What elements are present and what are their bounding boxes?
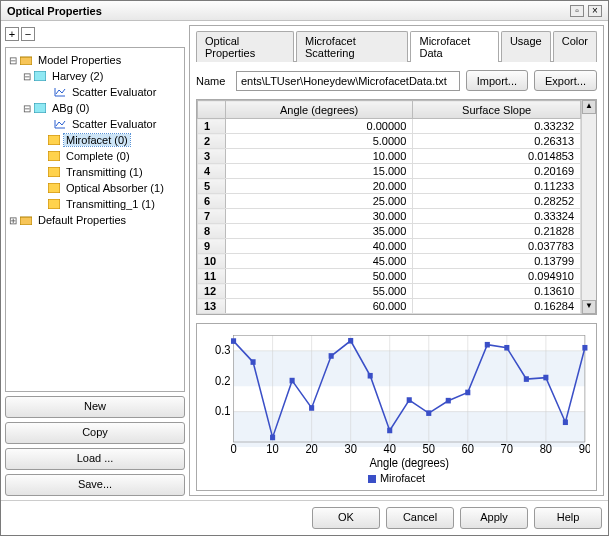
- cell-slope[interactable]: 0.33232: [413, 119, 581, 134]
- table-row[interactable]: 625.0000.28252: [198, 194, 581, 209]
- svg-rect-61: [582, 345, 587, 351]
- ok-button[interactable]: OK: [312, 507, 380, 529]
- expand-all-icon[interactable]: +: [5, 27, 19, 41]
- svg-text:70: 70: [501, 442, 514, 456]
- scrollbar-vertical[interactable]: ▲ ▼: [581, 100, 596, 314]
- cell-angle[interactable]: 60.000: [226, 299, 413, 314]
- svg-rect-47: [309, 405, 314, 411]
- tree-node-transmitting1[interactable]: Transmitting_1 (1): [8, 196, 182, 212]
- new-button[interactable]: New: [5, 396, 185, 418]
- tree-node-scatter-evaluator[interactable]: Scatter Evaluator: [8, 84, 182, 100]
- col-header-slope[interactable]: Surface Slope: [413, 101, 581, 119]
- svg-rect-54: [446, 398, 451, 404]
- cell-slope[interactable]: 0.28252: [413, 194, 581, 209]
- tree-node-model-properties[interactable]: ⊟ Model Properties: [8, 52, 182, 68]
- name-row: Name Import... Export...: [196, 70, 597, 91]
- help-button[interactable]: Help: [534, 507, 602, 529]
- expander-icon[interactable]: ⊟: [22, 103, 32, 114]
- export-button[interactable]: Export...: [534, 70, 597, 91]
- cell-slope[interactable]: 0.26313: [413, 134, 581, 149]
- dialog-buttons: OK Cancel Apply Help: [1, 500, 608, 535]
- scroll-down-icon[interactable]: ▼: [582, 300, 596, 314]
- legend-marker-icon: [368, 475, 376, 483]
- import-button[interactable]: Import...: [466, 70, 528, 91]
- table-row[interactable]: 310.0000.014853: [198, 149, 581, 164]
- cell-slope[interactable]: 0.13610: [413, 284, 581, 299]
- table-row[interactable]: 1255.0000.13610: [198, 284, 581, 299]
- table-row[interactable]: 940.0000.037783: [198, 239, 581, 254]
- load-button[interactable]: Load ...: [5, 448, 185, 470]
- cell-angle[interactable]: 20.000: [226, 179, 413, 194]
- expander-icon[interactable]: ⊟: [8, 55, 18, 66]
- tree-node-complete[interactable]: Complete (0): [8, 148, 182, 164]
- copy-button[interactable]: Copy: [5, 422, 185, 444]
- tab-color[interactable]: Color: [553, 31, 597, 62]
- cell-angle[interactable]: 30.000: [226, 209, 413, 224]
- cell-slope[interactable]: 0.014853: [413, 149, 581, 164]
- table-row[interactable]: 10.000000.33232: [198, 119, 581, 134]
- table-row[interactable]: 1045.0000.13799: [198, 254, 581, 269]
- row-index: 1: [198, 119, 226, 134]
- tree-toolbar: + −: [5, 25, 185, 43]
- save-button[interactable]: Save...: [5, 474, 185, 496]
- tree-node-harvey[interactable]: ⊟ Harvey (2): [8, 68, 182, 84]
- tab-usage[interactable]: Usage: [501, 31, 551, 62]
- cancel-button[interactable]: Cancel: [386, 507, 454, 529]
- scroll-up-icon[interactable]: ▲: [582, 100, 596, 114]
- svg-rect-58: [524, 376, 529, 382]
- svg-rect-51: [387, 428, 392, 434]
- cell-angle[interactable]: 35.000: [226, 224, 413, 239]
- col-header-index[interactable]: [198, 101, 226, 119]
- folder-icon: [19, 214, 33, 226]
- row-index: 6: [198, 194, 226, 209]
- cell-slope[interactable]: 0.13799: [413, 254, 581, 269]
- table-row[interactable]: 1150.0000.094910: [198, 269, 581, 284]
- window-pin-icon[interactable]: ▫: [570, 5, 584, 17]
- cell-angle[interactable]: 50.000: [226, 269, 413, 284]
- cell-angle[interactable]: 45.000: [226, 254, 413, 269]
- cell-slope[interactable]: 0.33324: [413, 209, 581, 224]
- tree-node-scatter-evaluator[interactable]: Scatter Evaluator: [8, 116, 182, 132]
- table-row[interactable]: 415.0000.20169: [198, 164, 581, 179]
- cell-slope[interactable]: 0.11233: [413, 179, 581, 194]
- col-header-angle[interactable]: Angle (degrees): [226, 101, 413, 119]
- data-table: Angle (degrees) Surface Slope 10.000000.…: [196, 99, 597, 315]
- table-row[interactable]: 25.00000.26313: [198, 134, 581, 149]
- svg-rect-50: [368, 373, 373, 379]
- table-row[interactable]: 520.0000.11233: [198, 179, 581, 194]
- cell-angle[interactable]: 0.00000: [226, 119, 413, 134]
- table-row[interactable]: 835.0000.21828: [198, 224, 581, 239]
- cell-angle[interactable]: 55.000: [226, 284, 413, 299]
- cell-slope[interactable]: 0.20169: [413, 164, 581, 179]
- tree-node-mirofacet[interactable]: Mirofacet (0): [8, 132, 182, 148]
- cell-slope[interactable]: 0.21828: [413, 224, 581, 239]
- tab-optical-properties[interactable]: Optical Properties: [196, 31, 294, 62]
- expander-icon[interactable]: ⊞: [8, 215, 18, 226]
- tab-microfacet-scattering[interactable]: Microfacet Scattering: [296, 31, 409, 62]
- cell-angle[interactable]: 25.000: [226, 194, 413, 209]
- close-icon[interactable]: ×: [588, 5, 602, 17]
- tree-node-abg[interactable]: ⊟ ABg (0): [8, 100, 182, 116]
- collapse-all-icon[interactable]: −: [21, 27, 35, 41]
- name-input[interactable]: [236, 71, 460, 91]
- apply-button[interactable]: Apply: [460, 507, 528, 529]
- tree-node-default-properties[interactable]: ⊞ Default Properties: [8, 212, 182, 228]
- tree-node-transmitting[interactable]: Transmitting (1): [8, 164, 182, 180]
- cell-slope[interactable]: 0.16284: [413, 299, 581, 314]
- expander-icon[interactable]: ⊟: [22, 71, 32, 82]
- tree-node-optical-absorber[interactable]: Optical Absorber (1): [8, 180, 182, 196]
- row-index: 5: [198, 179, 226, 194]
- cell-angle[interactable]: 40.000: [226, 239, 413, 254]
- cell-angle[interactable]: 5.0000: [226, 134, 413, 149]
- cell-angle[interactable]: 10.000: [226, 149, 413, 164]
- property-tree[interactable]: ⊟ Model Properties ⊟ Harvey (2) Scatter …: [5, 47, 185, 392]
- window-title: Optical Properties: [7, 5, 102, 17]
- table-row[interactable]: 730.0000.33324: [198, 209, 581, 224]
- cell-slope[interactable]: 0.037783: [413, 239, 581, 254]
- cell-angle[interactable]: 15.000: [226, 164, 413, 179]
- table-row[interactable]: 1360.0000.16284: [198, 299, 581, 314]
- cell-slope[interactable]: 0.094910: [413, 269, 581, 284]
- svg-rect-11: [48, 199, 60, 209]
- tab-microfacet-data[interactable]: Microfacet Data: [410, 31, 498, 62]
- svg-text:0: 0: [230, 442, 237, 456]
